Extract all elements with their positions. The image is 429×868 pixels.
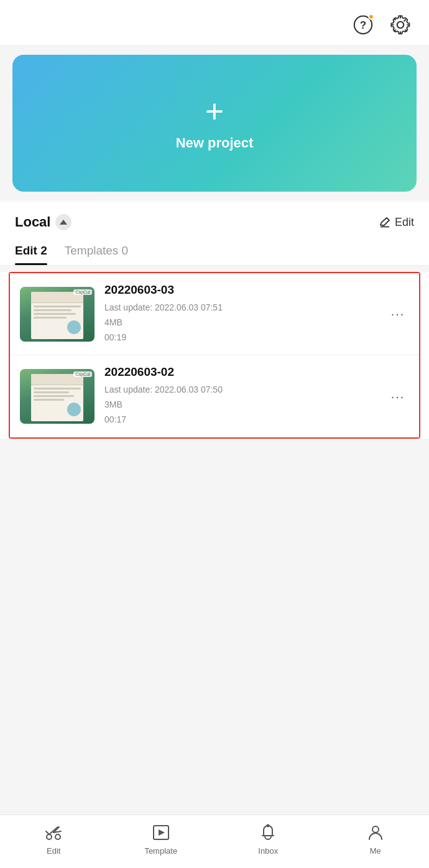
svg-point-6 xyxy=(55,834,60,839)
project-name: 20220603-03 xyxy=(104,283,377,297)
svg-point-13 xyxy=(267,825,269,827)
local-title: Local xyxy=(15,214,50,230)
project-item[interactable]: CapCut 20220603-03 Last update: 2022.06.… xyxy=(10,273,419,355)
project-name: 20220603-02 xyxy=(104,365,377,379)
tab-edit[interactable]: Edit 2 xyxy=(15,238,47,265)
project-thumbnail: CapCut xyxy=(20,287,95,342)
sort-arrow-button[interactable] xyxy=(55,214,72,230)
tab-edit-label: Edit 2 xyxy=(15,244,47,257)
user-icon xyxy=(366,823,385,842)
project-more-button[interactable]: ··· xyxy=(387,303,409,325)
project-list: CapCut 20220603-03 Last update: 2022.06.… xyxy=(0,272,429,439)
tabs-bar: Edit 2 Templates 0 xyxy=(0,238,429,266)
svg-line-8 xyxy=(49,827,58,834)
local-header: Local Edit xyxy=(0,202,429,238)
edit-button[interactable]: Edit xyxy=(379,216,414,229)
scissors-icon xyxy=(44,823,63,842)
project-more-button[interactable]: ··· xyxy=(387,385,409,408)
project-selection-border: CapCut 20220603-03 Last update: 2022.06.… xyxy=(9,272,420,439)
svg-marker-12 xyxy=(159,829,165,836)
project-meta: Last update: 2022.06.03 07:50 3MB 00:17 xyxy=(104,383,377,427)
settings-button[interactable] xyxy=(387,11,414,39)
edit-label: Edit xyxy=(395,216,414,229)
new-project-plus-icon: + xyxy=(205,95,224,128)
nav-label-inbox: Inbox xyxy=(258,846,278,856)
notification-dot xyxy=(368,14,374,20)
empty-content-area xyxy=(0,445,429,694)
help-button[interactable]: ? xyxy=(349,11,377,39)
new-project-label: New project xyxy=(176,135,254,151)
nav-label-template: Template xyxy=(144,846,177,856)
nav-item-edit[interactable]: Edit xyxy=(0,823,108,856)
svg-point-2 xyxy=(397,22,404,28)
top-bar: ? xyxy=(0,0,429,45)
svg-point-5 xyxy=(47,834,52,839)
tab-templates-label: Templates 0 xyxy=(65,244,128,257)
local-title-group: Local xyxy=(15,214,72,230)
new-project-button[interactable]: + New project xyxy=(12,55,417,192)
nav-item-inbox[interactable]: Inbox xyxy=(214,823,322,856)
project-meta: Last update: 2022.06.03 07:51 4MB 00:19 xyxy=(104,301,377,345)
nav-label-me: Me xyxy=(370,846,381,856)
project-info: 20220603-03 Last update: 2022.06.03 07:5… xyxy=(104,283,377,345)
project-info: 20220603-02 Last update: 2022.06.03 07:5… xyxy=(104,365,377,427)
nav-item-template[interactable]: Template xyxy=(108,823,215,856)
nav-label-edit: Edit xyxy=(47,846,60,856)
svg-marker-3 xyxy=(60,220,67,225)
svg-point-14 xyxy=(372,826,379,833)
nav-item-me[interactable]: Me xyxy=(322,823,430,856)
project-thumbnail: CapCut xyxy=(20,369,95,424)
svg-line-9 xyxy=(46,831,49,834)
template-icon xyxy=(151,823,171,842)
svg-text:?: ? xyxy=(360,19,366,31)
tab-templates[interactable]: Templates 0 xyxy=(65,238,128,265)
bell-icon xyxy=(258,823,278,842)
bottom-navigation: Edit Template Inbox Me xyxy=(0,814,429,868)
project-item[interactable]: CapCut 20220603-02 Last update: 2022.06.… xyxy=(10,355,419,437)
